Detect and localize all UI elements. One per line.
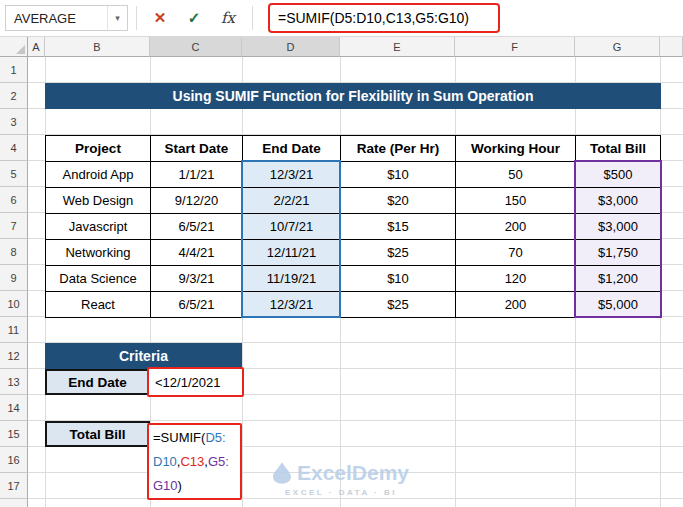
table-cell[interactable]: Android App bbox=[46, 162, 151, 188]
row-header-7[interactable]: 7 bbox=[0, 213, 28, 239]
column-header-g[interactable]: G bbox=[575, 37, 660, 57]
criteria-value-cell[interactable]: <12/1/2021 bbox=[147, 367, 244, 397]
table-cell[interactable]: 120 bbox=[456, 266, 576, 292]
table-cell[interactable]: $3,000 bbox=[576, 214, 661, 240]
table-cell[interactable]: $25 bbox=[341, 292, 456, 318]
formula-token: G5: bbox=[208, 454, 229, 469]
table-cell[interactable]: 50 bbox=[456, 162, 576, 188]
column-header-b[interactable]: B bbox=[45, 37, 150, 57]
name-box-value: AVERAGE bbox=[6, 11, 107, 26]
table-cell[interactable]: 1/1/21 bbox=[151, 162, 243, 188]
table-cell[interactable]: $25 bbox=[341, 240, 456, 266]
annotation-box-formula-bar: =SUMIF(D5:D10,C13,G5:G10) bbox=[268, 3, 500, 33]
table-cell[interactable]: Javascript bbox=[46, 214, 151, 240]
table-cell[interactable]: Data Science bbox=[46, 266, 151, 292]
formula-token: G10 bbox=[153, 478, 178, 493]
table-header-cell[interactable]: End Date bbox=[243, 136, 341, 162]
formula-line: =SUMIF(D5: bbox=[153, 426, 240, 450]
table-cell[interactable]: 6/5/21 bbox=[151, 292, 243, 318]
column-header-d[interactable]: D bbox=[242, 37, 340, 57]
table-cell[interactable]: 10/7/21 bbox=[243, 214, 341, 240]
formula-token: D5: bbox=[205, 430, 225, 445]
formula-line: D10,C13,G5: bbox=[153, 450, 240, 474]
formula-line: G10) bbox=[153, 474, 240, 498]
table-cell[interactable]: 70 bbox=[456, 240, 576, 266]
name-box-dropdown-icon[interactable]: ▾ bbox=[107, 6, 127, 30]
formula-token: C13 bbox=[180, 454, 204, 469]
total-bill-label-cell[interactable]: Total Bill bbox=[45, 421, 150, 447]
separator bbox=[136, 6, 137, 30]
table-cell[interactable]: 9/3/21 bbox=[151, 266, 243, 292]
table-cell[interactable]: React bbox=[46, 292, 151, 318]
table-header-cell[interactable]: Start Date bbox=[151, 136, 243, 162]
table-cell[interactable]: $500 bbox=[576, 162, 661, 188]
table-header-cell[interactable]: Rate (Per Hr) bbox=[341, 136, 456, 162]
table-cell[interactable]: 9/12/20 bbox=[151, 188, 243, 214]
row-header-filler bbox=[0, 499, 28, 507]
formula-input[interactable]: =SUMIF(D5:D10,C13,G5:G10) bbox=[262, 0, 683, 36]
formula-bar-text: =SUMIF(D5:D10,C13,G5:G10) bbox=[278, 10, 469, 26]
table-cell[interactable]: 150 bbox=[456, 188, 576, 214]
table-cell[interactable]: $20 bbox=[341, 188, 456, 214]
column-header-filler bbox=[660, 37, 683, 57]
row-header-17[interactable]: 17 bbox=[0, 473, 28, 499]
select-all-corner[interactable] bbox=[0, 37, 28, 57]
total-bill-formula-cell[interactable]: =SUMIF(D5: D10,C13,G5: G10) bbox=[147, 423, 242, 500]
insert-function-icon[interactable]: fx bbox=[214, 5, 242, 31]
row-header-13[interactable]: 13 bbox=[0, 369, 28, 395]
row-header-9[interactable]: 9 bbox=[0, 265, 28, 291]
enter-icon[interactable]: ✓ bbox=[180, 5, 208, 31]
row-header-2[interactable]: 2 bbox=[0, 83, 28, 109]
row-header-16[interactable]: 16 bbox=[0, 447, 28, 473]
separator bbox=[252, 6, 253, 30]
table-cell[interactable]: 200 bbox=[456, 292, 576, 318]
row-header-1[interactable]: 1 bbox=[0, 57, 28, 83]
row-header-5[interactable]: 5 bbox=[0, 161, 28, 187]
row-header-8[interactable]: 8 bbox=[0, 239, 28, 265]
formula-token: D10 bbox=[153, 454, 177, 469]
table-cell[interactable]: 4/4/21 bbox=[151, 240, 243, 266]
row-header-15[interactable]: 15 bbox=[0, 421, 28, 447]
table-header-cell[interactable]: Working Hour bbox=[456, 136, 576, 162]
table-cell[interactable]: $1,200 bbox=[576, 266, 661, 292]
column-header-a[interactable]: A bbox=[28, 37, 45, 57]
table-cell[interactable]: $5,000 bbox=[576, 292, 661, 318]
spreadsheet: A B C D E F G 1 2 3 4 5 6 7 8 9 10 11 12… bbox=[0, 37, 683, 507]
criteria-label-cell[interactable]: End Date bbox=[45, 369, 150, 395]
column-header-f[interactable]: F bbox=[455, 37, 575, 57]
criteria-header-cell[interactable]: Criteria bbox=[45, 343, 242, 369]
project-table: Project Start Date End Date Rate (Per Hr… bbox=[45, 135, 661, 318]
column-header-e[interactable]: E bbox=[340, 37, 455, 57]
table-cell[interactable]: $10 bbox=[341, 266, 456, 292]
row-header-12[interactable]: 12 bbox=[0, 343, 28, 369]
table-cell[interactable]: 12/3/21 bbox=[243, 162, 341, 188]
table-cell[interactable]: $15 bbox=[341, 214, 456, 240]
formula-token: ) bbox=[178, 478, 182, 493]
row-header-14[interactable]: 14 bbox=[0, 395, 28, 421]
table-header-cell[interactable]: Total Bill bbox=[576, 136, 661, 162]
table-header-cell[interactable]: Project bbox=[46, 136, 151, 162]
cancel-icon[interactable]: ✕ bbox=[146, 5, 174, 31]
row-header-3[interactable]: 3 bbox=[0, 109, 28, 135]
table-cell[interactable]: 200 bbox=[456, 214, 576, 240]
formula-bar: AVERAGE ▾ ✕ ✓ fx =SUMIF(D5:D10,C13,G5:G1… bbox=[0, 0, 683, 37]
column-header-c[interactable]: C bbox=[150, 37, 242, 57]
row-header-10[interactable]: 10 bbox=[0, 291, 28, 317]
table-cell[interactable]: 6/5/21 bbox=[151, 214, 243, 240]
table-cell[interactable]: 12/3/21 bbox=[243, 292, 341, 318]
excel-window: AVERAGE ▾ ✕ ✓ fx =SUMIF(D5:D10,C13,G5:G1… bbox=[0, 0, 683, 507]
table-cell[interactable]: Networking bbox=[46, 240, 151, 266]
table-cell[interactable]: $1,750 bbox=[576, 240, 661, 266]
table-cell[interactable]: Web Design bbox=[46, 188, 151, 214]
table-cell[interactable]: $10 bbox=[341, 162, 456, 188]
formula-token: =SUMIF( bbox=[153, 430, 205, 445]
table-cell[interactable]: 12/11/21 bbox=[243, 240, 341, 266]
table-cell[interactable]: 11/19/21 bbox=[243, 266, 341, 292]
title-banner-cell[interactable]: Using SUMIF Function for Flexibility in … bbox=[45, 83, 661, 109]
row-header-6[interactable]: 6 bbox=[0, 187, 28, 213]
table-cell[interactable]: $3,000 bbox=[576, 188, 661, 214]
name-box[interactable]: AVERAGE ▾ bbox=[5, 5, 128, 31]
table-cell[interactable]: 2/2/21 bbox=[243, 188, 341, 214]
row-header-11[interactable]: 11 bbox=[0, 317, 28, 343]
row-header-4[interactable]: 4 bbox=[0, 135, 28, 161]
